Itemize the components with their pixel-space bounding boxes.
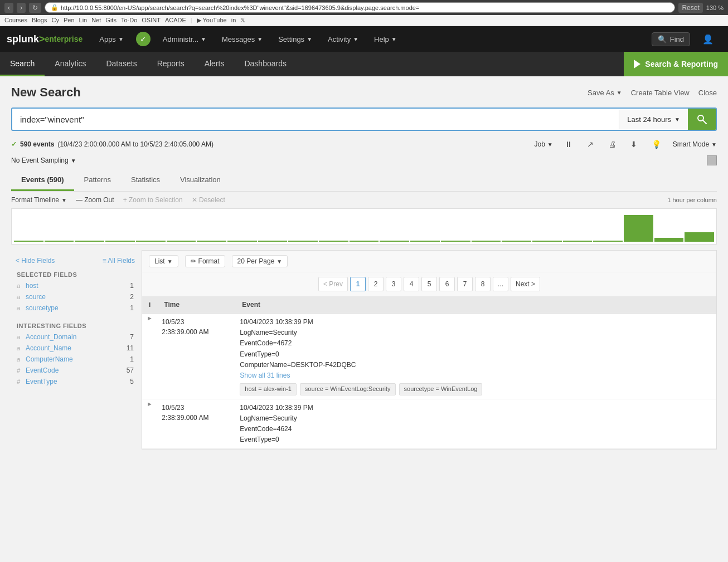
field-eventcode[interactable]: # EventCode 57 (11, 365, 139, 376)
chart-bar[interactable] (197, 241, 226, 242)
field-host[interactable]: a host 1 (11, 280, 139, 291)
chart-bar[interactable] (472, 241, 501, 242)
chart-bar[interactable] (380, 241, 409, 242)
smart-mode-btn[interactable]: Smart Mode ▼ (673, 140, 717, 148)
url-bar[interactable]: 🔒 http://10.0.0.55:8000/en-US/app/search… (45, 2, 675, 13)
nav-analytics[interactable]: Analytics (45, 52, 96, 76)
nav-reports[interactable]: Reports (147, 52, 195, 76)
search-reporting-btn[interactable]: Search & Reporting (624, 52, 728, 76)
nav-user-avatar[interactable]: 👤 (695, 26, 721, 52)
col-event-header[interactable]: Event (235, 296, 716, 314)
print-btn[interactable]: 🖨 (605, 139, 619, 150)
bookmark-item[interactable]: To-Do (121, 17, 137, 24)
chart-bar[interactable] (563, 241, 593, 242)
deselect-btn[interactable]: ✕ Deselect (192, 196, 225, 204)
nav-help[interactable]: Help ▼ (366, 26, 405, 52)
create-table-view-btn[interactable]: Create Table View (631, 89, 690, 97)
expand-icon[interactable]: ► (142, 310, 157, 326)
nav-settings[interactable]: Settings ▼ (270, 26, 320, 52)
chart-bar[interactable] (593, 241, 623, 242)
field-name[interactable]: Account_Name (26, 344, 71, 352)
field-account-name[interactable]: a Account_Name 11 (11, 343, 139, 354)
pause-btn[interactable]: ⏸ (562, 139, 575, 150)
page-8-btn[interactable]: 8 (475, 277, 491, 291)
format-btn[interactable]: ✏ Format (185, 255, 225, 267)
chart-bar[interactable] (410, 241, 440, 242)
bookmark-item[interactable]: Blogs (32, 17, 47, 24)
search-button[interactable] (688, 109, 716, 130)
page-5-btn[interactable]: 5 (421, 277, 437, 291)
reset-btn[interactable]: Reset (678, 3, 702, 13)
field-name[interactable]: EventCode (26, 366, 59, 374)
field-name[interactable]: host (26, 282, 38, 290)
time-range-btn[interactable]: Last 24 hours ▼ (619, 110, 688, 129)
bookmark-item[interactable]: Cy (52, 17, 59, 24)
nav-forward-btn[interactable]: › (17, 3, 26, 13)
field-computername[interactable]: a ComputerName 1 (11, 354, 139, 365)
timeline-chart[interactable] (11, 208, 717, 245)
field-account-domain[interactable]: a Account_Domain 7 (11, 331, 139, 343)
bookmark-item[interactable]: 𝕏 (240, 17, 245, 24)
search-input[interactable] (12, 109, 619, 130)
field-name[interactable]: EventType (26, 378, 57, 385)
show-all-link[interactable]: Show all 31 lines (240, 370, 712, 381)
next-page-btn[interactable]: Next > (511, 277, 540, 291)
nav-messages[interactable]: Messages ▼ (214, 26, 270, 52)
save-as-btn[interactable]: Save As ▼ (588, 89, 622, 97)
per-page-btn[interactable]: 20 Per Page ▼ (232, 255, 288, 267)
bookmark-item[interactable]: ACADE (165, 17, 186, 24)
bookmark-item[interactable]: Gits (105, 17, 117, 24)
job-btn[interactable]: Job ▼ (534, 140, 552, 148)
field-sourcetype[interactable]: a sourcetype 1 (11, 302, 139, 314)
col-time-header[interactable]: Time (157, 296, 235, 314)
nav-activity[interactable]: Activity ▼ (320, 26, 366, 52)
tab-visualization[interactable]: Visualization (170, 170, 231, 191)
chart-bar[interactable] (288, 241, 318, 242)
chart-bar[interactable] (532, 241, 562, 242)
page-4-btn[interactable]: 4 (404, 277, 419, 291)
field-name[interactable]: source (26, 293, 46, 301)
chart-bar[interactable] (75, 241, 104, 242)
event-tag-sourcetype[interactable]: sourcetype = WinEventLog (399, 383, 483, 395)
nav-apps[interactable]: Apps ▼ (91, 26, 132, 52)
chart-bar[interactable] (624, 215, 653, 242)
field-eventtype[interactable]: # EventType 5 (11, 376, 139, 387)
zoom-to-selection-btn[interactable]: + Zoom to Selection (123, 196, 183, 204)
bookmark-item[interactable]: in (231, 17, 236, 24)
close-btn[interactable]: Close (698, 89, 717, 97)
chart-bar[interactable] (441, 241, 470, 242)
tab-statistics[interactable]: Statistics (121, 170, 170, 191)
chart-bar[interactable] (167, 241, 196, 242)
page-2-btn[interactable]: 2 (368, 277, 384, 291)
page-1-btn[interactable]: 1 (350, 277, 366, 291)
share-btn[interactable]: ↗ (584, 139, 596, 150)
page-3-btn[interactable]: 3 (386, 277, 401, 291)
bookmark-item[interactable]: Lin (79, 17, 88, 24)
bookmark-item[interactable]: Net (91, 17, 101, 24)
bookmark-item[interactable]: Courses (4, 17, 27, 24)
event-tag-source[interactable]: source = WinEventLog:Security (300, 383, 396, 395)
page-6-btn[interactable]: 6 (439, 277, 455, 291)
bookmark-item[interactable]: ▶ YouTube (197, 17, 227, 24)
page-7-btn[interactable]: 7 (457, 277, 473, 291)
download-btn[interactable]: ⬇ (628, 139, 640, 150)
chart-bar[interactable] (14, 241, 43, 242)
nav-refresh-btn[interactable]: ↻ (29, 3, 41, 13)
chart-bar[interactable] (227, 241, 257, 242)
chart-bar[interactable] (685, 232, 714, 242)
chart-bar[interactable] (105, 241, 135, 242)
prev-page-btn[interactable]: < Prev (318, 277, 348, 291)
bookmark-item[interactable]: OSINT (142, 17, 161, 24)
chart-bar[interactable] (45, 241, 74, 242)
chart-bar[interactable] (654, 238, 684, 242)
chart-bar[interactable] (258, 241, 288, 242)
event-tag-host[interactable]: host = alex-win-1 (240, 383, 296, 395)
field-name[interactable]: ComputerName (26, 355, 73, 363)
format-timeline-btn[interactable]: Format Timeline ▼ (11, 196, 67, 204)
nav-search[interactable]: Search (0, 52, 45, 76)
chart-bar[interactable] (350, 241, 379, 242)
sampling-btn[interactable]: No Event Sampling ▼ (11, 157, 76, 164)
field-name[interactable]: sourcetype (26, 304, 59, 312)
nav-back-btn[interactable]: ‹ (4, 3, 13, 13)
chart-bar[interactable] (502, 241, 531, 242)
